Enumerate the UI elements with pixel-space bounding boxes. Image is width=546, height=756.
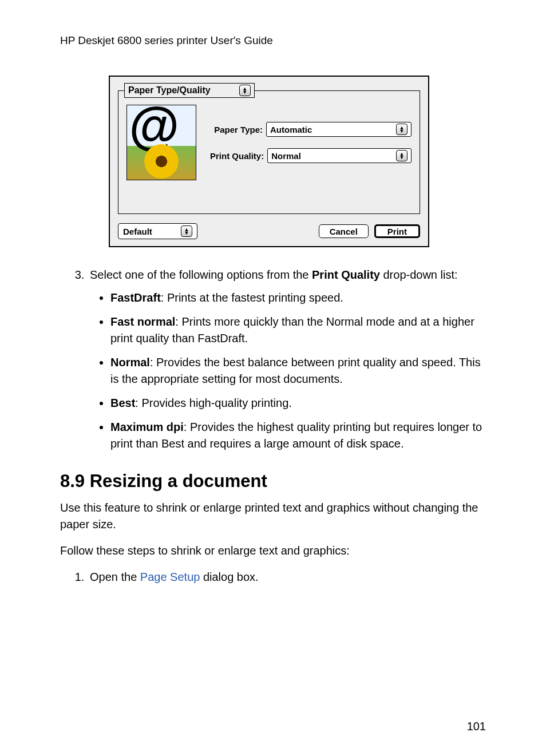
cancel-button[interactable]: Cancel <box>319 224 369 238</box>
updown-icon[interactable]: ▲▼ <box>181 225 192 237</box>
preset-label: Default <box>123 227 152 236</box>
list-item: Normal: Provides the best balance betwee… <box>110 354 486 387</box>
step3-intro-pre: Select one of the following options from… <box>90 268 312 281</box>
desc: : Provides the best balance between prin… <box>110 356 481 385</box>
updown-icon[interactable]: ▲▼ <box>396 124 407 135</box>
print-quality-label: Print Quality: <box>210 151 264 161</box>
step1-post: dialog box. <box>200 571 258 583</box>
step3-intro-post: drop-down list: <box>380 268 458 281</box>
page-setup-link[interactable]: Page Setup <box>140 571 200 583</box>
page-number: 101 <box>467 720 486 733</box>
desc: : Provides high-quality printing. <box>135 397 291 409</box>
panel-selector-label: Paper Type/Quality <box>128 85 211 96</box>
term: Maximum dpi <box>110 421 184 433</box>
desc: : Prints at the fastest printing speed. <box>161 291 343 304</box>
list-item: Fast normal: Prints more quickly than th… <box>110 314 486 346</box>
paper-type-label: Paper Type: <box>210 125 263 134</box>
step1-pre: Open the <box>90 571 140 583</box>
section-heading: 8.9 Resizing a document <box>60 471 486 492</box>
paper-type-select[interactable]: Automatic ▲▼ <box>266 122 412 137</box>
term: Normal <box>110 356 150 369</box>
step3-intro-bold: Print Quality <box>312 268 380 281</box>
print-dialog: Paper Type/Quality ▲▼ @ Paper Type: Auto… <box>109 76 429 247</box>
preview-thumbnail: @ <box>126 105 196 180</box>
updown-icon[interactable]: ▲▼ <box>396 150 407 161</box>
dialog-fieldset: Paper Type/Quality ▲▼ @ Paper Type: Auto… <box>118 90 420 214</box>
print-quality-select[interactable]: Normal ▲▼ <box>267 148 412 163</box>
preset-select[interactable]: Default ▲▼ <box>118 223 197 239</box>
step-1-resize: Open the Page Setup dialog box. <box>88 569 486 585</box>
section-p1: Use this feature to shrink or enlarge pr… <box>60 500 486 532</box>
list-item: FastDraft: Prints at the fastest printin… <box>110 290 486 306</box>
step-3: Select one of the following options from… <box>88 267 486 452</box>
list-item: Best: Provides high-quality printing. <box>110 395 486 411</box>
print-button[interactable]: Print <box>374 224 420 238</box>
list-item: Maximum dpi: Provides the highest qualit… <box>110 419 486 452</box>
section-p2: Follow these steps to shrink or enlarge … <box>60 543 486 559</box>
page-header: HP Deskjet 6800 series printer User's Gu… <box>60 34 486 47</box>
print-quality-value: Normal <box>271 151 301 161</box>
updown-icon[interactable]: ▲▼ <box>239 85 251 96</box>
term: Fast normal <box>110 315 175 328</box>
term: FastDraft <box>110 291 161 304</box>
paper-type-value: Automatic <box>270 125 312 134</box>
sunflower-graphic <box>144 144 179 179</box>
term: Best <box>110 397 135 409</box>
panel-selector[interactable]: Paper Type/Quality ▲▼ <box>124 83 255 98</box>
